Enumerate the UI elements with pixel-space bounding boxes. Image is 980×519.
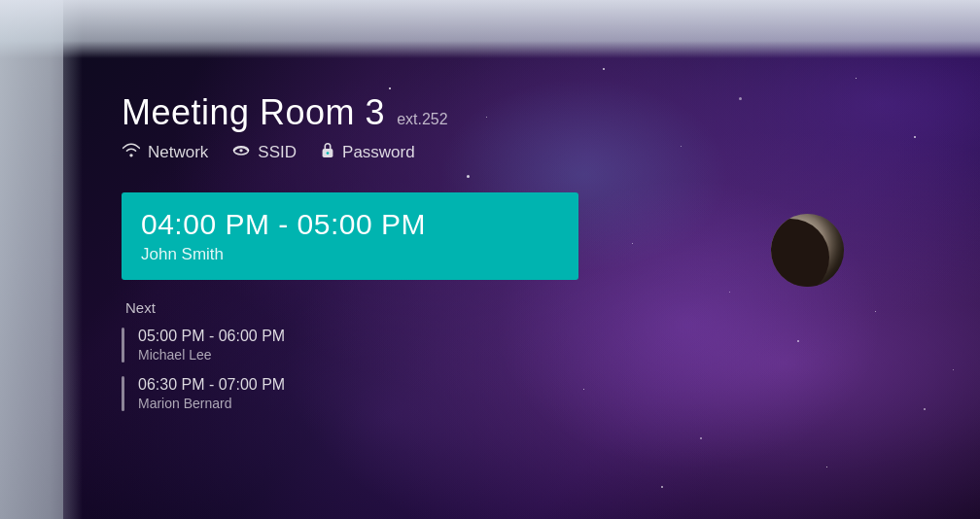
network-info-row: Network SSID Password [122,141,676,163]
upcoming-booking-item: 06:30 PM - 07:00 PM Marion Bernard [122,376,676,411]
svg-point-1 [240,149,243,152]
password-label: Password [342,143,415,162]
upcoming-bar [122,376,124,411]
upcoming-name: Michael Lee [138,347,285,363]
moon-decoration [771,214,844,287]
network-wifi-item: Network [122,142,208,162]
upcoming-bookings-list: 05:00 PM - 06:00 PM Michael Lee 06:30 PM… [122,328,676,411]
ssid-icon [231,142,251,162]
current-booking-card: 04:00 PM - 05:00 PM John Smith [122,192,578,280]
current-booking-time: 04:00 PM - 05:00 PM [141,208,559,241]
room-title: Meeting Room 3 [122,92,385,133]
current-booking-name: John Smith [141,245,559,264]
wifi-icon [122,142,141,162]
main-panel: Meeting Room 3 ext.252 Network [83,63,715,440]
upcoming-name: Marion Bernard [138,396,285,411]
room-title-row: Meeting Room 3 ext.252 [122,92,676,133]
upcoming-booking-item: 05:00 PM - 06:00 PM Michael Lee [122,328,676,363]
top-bar-bg [0,0,980,58]
ssid-label: SSID [258,143,297,162]
network-ssid-item: SSID [231,142,297,162]
lock-icon [320,141,335,163]
upcoming-content: 05:00 PM - 06:00 PM Michael Lee [138,328,285,363]
upcoming-bar [122,328,124,363]
upcoming-time: 06:30 PM - 07:00 PM [138,376,285,394]
room-ext: ext.252 [397,111,447,128]
network-label: Network [148,143,208,162]
network-password-item: Password [320,141,415,163]
upcoming-content: 06:30 PM - 07:00 PM Marion Bernard [138,376,285,411]
left-sidebar-bg [0,0,83,519]
svg-point-3 [327,152,330,155]
next-section-label: Next [122,299,676,316]
upcoming-time: 05:00 PM - 06:00 PM [138,328,285,345]
